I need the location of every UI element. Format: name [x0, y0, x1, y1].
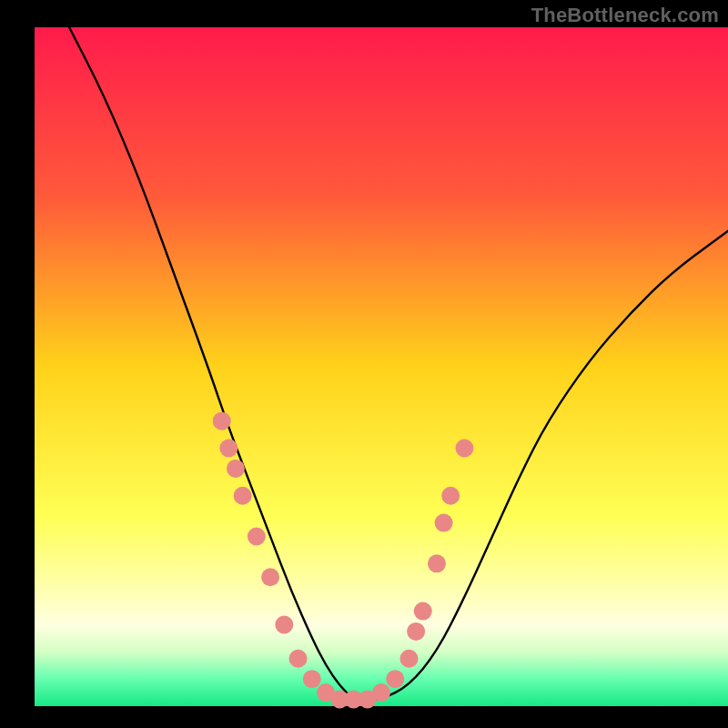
marker-dot	[303, 670, 321, 688]
marker-dot	[261, 568, 279, 586]
marker-dot	[455, 440, 473, 458]
marker-dot	[407, 622, 425, 641]
watermark-text: TheBottleneck.com	[531, 4, 719, 27]
marker-dot	[399, 650, 418, 668]
marker-dot	[441, 487, 460, 505]
marker-dot	[289, 650, 308, 668]
marker-dot	[435, 514, 453, 532]
bottleneck-chart	[0, 0, 728, 728]
marker-dot	[227, 460, 245, 478]
plot-area	[35, 27, 728, 709]
marker-dot	[213, 412, 231, 430]
marker-dot	[234, 487, 252, 505]
chart-frame: TheBottleneck.com	[0, 0, 728, 728]
marker-dot	[428, 554, 446, 572]
marker-dot	[414, 602, 432, 621]
marker-dot	[386, 670, 404, 688]
marker-dot	[275, 615, 293, 633]
gradient-background	[35, 27, 728, 706]
marker-dot	[219, 440, 238, 458]
marker-dot	[248, 528, 266, 546]
marker-dot	[372, 683, 390, 702]
